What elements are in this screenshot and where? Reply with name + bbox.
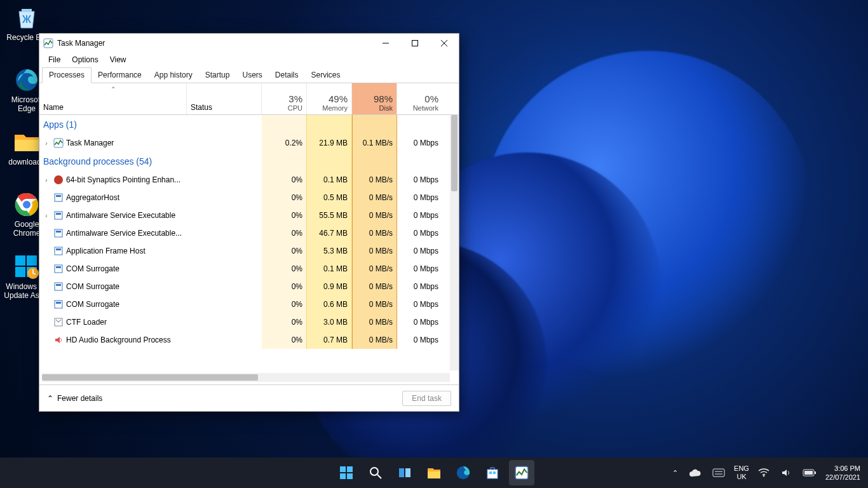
svg-rect-4: [15, 255, 25, 266]
recycle-bin-icon: [13, 4, 41, 32]
tab-users[interactable]: Users: [236, 68, 268, 83]
cell-mem: 55.5 MB: [307, 207, 352, 224]
tab-services[interactable]: Services: [305, 68, 347, 83]
cell-mem: 0.1 MB: [307, 260, 352, 278]
tray-overflow-icon[interactable]: ⌃: [670, 466, 681, 480]
scrollbar-thumb[interactable]: [42, 374, 258, 381]
cell-mem: 5.3 MB: [307, 242, 352, 260]
fewer-details-label: Fewer details: [57, 394, 102, 403]
tab-startup[interactable]: Startup: [199, 68, 236, 83]
maximize-button[interactable]: [400, 34, 430, 53]
taskbar-store[interactable]: [480, 460, 505, 485]
svg-rect-11: [412, 41, 418, 46]
cell-cpu: 0%: [262, 242, 307, 260]
svg-rect-6: [15, 267, 25, 277]
start-button[interactable]: [334, 460, 359, 485]
process-name: HD Audio Background Process: [66, 336, 171, 344]
col-cpu-label: CPU: [288, 104, 302, 112]
group-background-label: Background processes (54): [39, 156, 262, 166]
process-name: 64-bit Synaptics Pointing Enhan...: [66, 175, 180, 184]
cell-cpu: 0%: [262, 313, 307, 331]
svg-rect-34: [347, 473, 353, 479]
process-row[interactable]: ›HD Audio Background Process 0%0.7 MB0 M…: [39, 331, 459, 349]
process-row[interactable]: ›CTF Loader 0%3.0 MB0 MB/s0 Mbps: [39, 313, 459, 331]
tab-processes[interactable]: Processes: [42, 67, 92, 83]
battery-icon[interactable]: [800, 466, 819, 479]
group-apps[interactable]: Apps (1): [39, 115, 459, 134]
svg-rect-31: [340, 466, 346, 472]
process-row[interactable]: › Task Manager 0.2% 21.9 MB 0.1 MB/s 0 M…: [39, 134, 459, 152]
col-memory[interactable]: 49% Memory: [307, 83, 352, 114]
col-status[interactable]: Status: [187, 83, 262, 114]
tab-details[interactable]: Details: [269, 68, 305, 83]
close-button[interactable]: [430, 34, 459, 53]
svg-line-36: [377, 475, 381, 478]
grid-body: Apps (1) › Task Manager 0.2% 21.9 MB 0.1…: [39, 115, 459, 370]
taskbar-explorer[interactable]: [421, 460, 447, 485]
search-button[interactable]: [363, 460, 388, 485]
svg-rect-26: [55, 283, 62, 290]
keyboard-icon[interactable]: [710, 466, 728, 480]
tab-performance[interactable]: Performance: [92, 68, 148, 83]
expand-icon[interactable]: ›: [42, 212, 51, 219]
process-row[interactable]: ›COM Surrogate 0%0.6 MB0 MB/s0 Mbps: [39, 295, 459, 313]
process-row[interactable]: ›Application Frame Host 0%5.3 MB0 MB/s0 …: [39, 242, 459, 260]
col-disk[interactable]: 98% Disk: [352, 83, 397, 114]
svg-rect-49: [804, 471, 813, 475]
cell-net: 0 Mbps: [397, 171, 442, 189]
cell-disk: 0 MB/s: [352, 295, 397, 313]
cell-disk: 0 MB/s: [352, 189, 397, 207]
cell-disk: 0 MB/s: [352, 242, 397, 260]
scrollbar-thumb[interactable]: [451, 115, 458, 191]
edge-icon: [13, 66, 41, 94]
expand-icon[interactable]: ›: [42, 140, 51, 147]
menu-view[interactable]: View: [105, 54, 132, 65]
process-grid: ⌃ Name Status 3% CPU 49% Memory 98% Disk…: [39, 83, 459, 384]
cell-cpu: 0%: [262, 278, 307, 295]
cell-cpu: 0%: [262, 331, 307, 349]
process-row[interactable]: ›Antimalware Service Executable... 0%46.…: [39, 224, 459, 242]
task-view-button[interactable]: [392, 460, 417, 485]
onedrive-icon[interactable]: [687, 466, 703, 479]
taskbar-edge[interactable]: [451, 460, 476, 485]
col-cpu[interactable]: 3% CPU: [262, 83, 307, 114]
generic-process-icon: [53, 210, 64, 220]
cell-net: 0 Mbps: [397, 295, 442, 313]
process-row[interactable]: ›64-bit Synaptics Pointing Enhan... 0%0.…: [39, 171, 459, 189]
titlebar[interactable]: Task Manager: [39, 34, 459, 53]
process-row[interactable]: ›AggregatorHost 0%0.5 MB0 MB/s0 Mbps: [39, 189, 459, 207]
svg-rect-19: [56, 213, 61, 215]
process-row[interactable]: ›COM Surrogate 0%0.1 MB0 MB/s0 Mbps: [39, 260, 459, 278]
cell-net: 0 Mbps: [397, 278, 442, 295]
svg-rect-29: [56, 302, 61, 304]
col-network[interactable]: 0% Network: [397, 83, 442, 114]
process-name: Task Manager: [66, 139, 114, 147]
folder-icon: [13, 128, 41, 156]
menu-options[interactable]: Options: [67, 54, 103, 65]
svg-point-35: [370, 468, 378, 475]
process-row[interactable]: ›COM Surrogate 0%0.9 MB0 MB/s0 Mbps: [39, 278, 459, 295]
col-name[interactable]: ⌃ Name: [39, 83, 187, 114]
cell-net: 0 Mbps: [397, 189, 442, 207]
clock[interactable]: 3:06 PM 22/07/2021: [825, 464, 864, 482]
minimize-button[interactable]: [371, 34, 400, 53]
fewer-details-button[interactable]: ⌃ Fewer details: [47, 394, 102, 403]
task-manager-icon: [43, 38, 53, 48]
tab-app-history[interactable]: App history: [148, 68, 199, 83]
expand-icon[interactable]: ›: [42, 177, 51, 184]
vertical-scrollbar[interactable]: [450, 115, 459, 370]
menubar: File Options View: [39, 53, 459, 67]
wifi-icon[interactable]: [756, 466, 772, 480]
taskbar-task-manager[interactable]: [509, 460, 534, 485]
cell-disk: 0 MB/s: [352, 278, 397, 295]
process-row[interactable]: ›Antimalware Service Executable 0%55.5 M…: [39, 207, 459, 224]
svg-point-15: [54, 175, 63, 184]
menu-file[interactable]: File: [43, 54, 65, 65]
language-indicator[interactable]: ENG UK: [734, 464, 749, 481]
col-net-pct: 0%: [424, 93, 438, 104]
horizontal-scrollbar[interactable]: [42, 373, 450, 382]
end-task-button[interactable]: End task: [402, 391, 451, 406]
volume-icon[interactable]: [778, 466, 794, 480]
group-background[interactable]: Background processes (54): [39, 152, 459, 171]
svg-rect-14: [54, 139, 63, 147]
